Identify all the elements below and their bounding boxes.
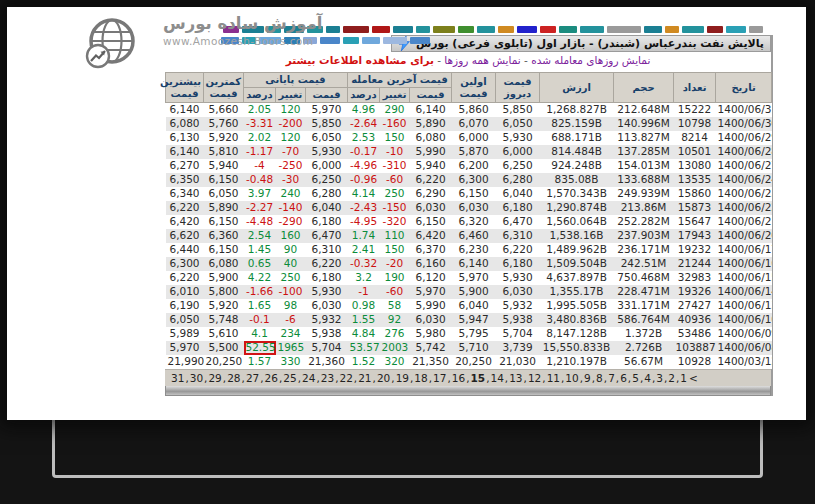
menu-chip[interactable]	[433, 26, 455, 33]
page-link[interactable]: 7	[608, 372, 615, 384]
cell-last-change: 150	[380, 131, 410, 145]
table-row[interactable]: 1400/06/298214113.827M688.171B5,9306,000…	[166, 131, 772, 145]
page-link[interactable]: 21	[358, 372, 371, 384]
cell-low: 5,810	[204, 145, 244, 159]
page-link[interactable]: 11	[547, 372, 560, 384]
menu-chip[interactable]	[707, 26, 723, 33]
table-row[interactable]: 1400/06/2315860249.939M1,570.343B6,0406,…	[166, 187, 772, 201]
page-link[interactable]: 19	[396, 372, 409, 384]
page-link[interactable]: 23	[321, 372, 334, 384]
cell-last-change: 150	[380, 243, 410, 257]
menu-chip[interactable]	[458, 26, 474, 33]
page-link[interactable]: 5	[632, 372, 639, 384]
cell-volume: 237.903M	[614, 229, 674, 243]
menu-chip[interactable]	[517, 26, 537, 33]
menu-chip[interactable]	[372, 26, 390, 33]
page-link[interactable]: 14	[490, 372, 503, 384]
page-link[interactable]: 9	[584, 372, 591, 384]
menu-chip[interactable]	[416, 26, 430, 33]
menu-chip[interactable]	[665, 26, 679, 33]
page-link[interactable]: 6	[620, 372, 627, 384]
cell-final-percent: -1.17	[244, 145, 276, 159]
cell-last-price: 6,290	[410, 187, 452, 201]
page-link[interactable]: 13	[509, 372, 522, 384]
menu-chip[interactable]	[749, 26, 763, 33]
menu-chip[interactable]	[343, 26, 369, 33]
cell-count: 10501	[674, 145, 716, 159]
page-link[interactable]: 26	[265, 372, 278, 384]
menu-chip[interactable]	[343, 37, 359, 44]
cell-volume: 1.372B	[614, 327, 674, 341]
page-link[interactable]: 25	[283, 372, 296, 384]
cell-last-price: 5,990	[410, 145, 452, 159]
table-row[interactable]: 1400/06/1532983750.468M4,637.897B5,9305,…	[166, 271, 772, 285]
menu-chip[interactable]	[559, 26, 577, 33]
page-link[interactable]: 1	[680, 372, 687, 384]
menu-chip[interactable]	[383, 37, 407, 44]
menu-chip[interactable]	[320, 37, 340, 44]
page-link[interactable]: 8	[596, 372, 603, 384]
menu-chip[interactable]	[477, 26, 495, 33]
cell-last-price: 5,742	[410, 341, 452, 355]
table-row[interactable]: 1400/03/121092856.67M1,210.197B21,03020,…	[166, 355, 772, 369]
table-row[interactable]: 1400/06/3115222212.648M1,268.827B5,8505,…	[166, 103, 772, 117]
show-traded-days-link[interactable]: نمایش روزهای معامله شده	[531, 54, 650, 66]
cell-low: 5,800	[204, 285, 244, 299]
page-link[interactable]: 3	[656, 372, 663, 384]
cell-count: 19232	[674, 243, 716, 257]
table-row[interactable]: 1400/06/2413535133.688M835.08B6,2806,300…	[166, 173, 772, 187]
cell-last-change: -150	[380, 201, 410, 215]
table-row[interactable]: 1400/06/1040936586.764M3,480.836B5,9385,…	[166, 313, 772, 327]
cell-volume: 750.468M	[614, 271, 674, 285]
page-link[interactable]: 16	[452, 372, 465, 384]
page-link[interactable]: 18	[414, 372, 427, 384]
page-link[interactable]: 17	[433, 372, 446, 384]
menu-chip[interactable]	[644, 26, 662, 33]
menu-chip[interactable]	[540, 26, 556, 33]
menu-chip[interactable]	[682, 26, 704, 33]
page-link[interactable]: 27	[246, 372, 259, 384]
menu-chip[interactable]	[326, 26, 340, 33]
cell-last-percent: -2.64	[348, 117, 380, 131]
table-row[interactable]: 1400/06/1419326228.471M1,355.17B6,0305,9…	[166, 285, 772, 299]
table-row[interactable]: 1400/06/2713080154.013M924.248B6,2506,20…	[166, 159, 772, 173]
page-link[interactable]: 12	[528, 372, 541, 384]
page-link[interactable]: 10	[565, 372, 578, 384]
table-row[interactable]: 1400/06/1719232236.171M1,489.962B6,2206,…	[166, 243, 772, 257]
page-link[interactable]: 22	[339, 372, 352, 384]
next-page-link[interactable]: >	[689, 372, 698, 384]
subheader-last-percent: درصد	[348, 88, 380, 103]
table-row[interactable]: 1400/06/081038872.726B15,550.833B3,7395,…	[166, 341, 772, 355]
table-row[interactable]: 1400/06/3010798140.996M825.159B6,0506,07…	[166, 117, 772, 131]
page-separator: ,	[628, 372, 631, 384]
menu-chip[interactable]	[607, 26, 641, 33]
page-link[interactable]: 30	[190, 372, 203, 384]
cell-last-price: 21,350	[410, 355, 452, 369]
cell-volume: 113.827M	[614, 131, 674, 145]
table-row[interactable]: 1400/06/2215873213.86M1,290.874B6,1806,0…	[166, 201, 772, 215]
show-all-days-link[interactable]: نمایش همه روزها	[444, 54, 520, 66]
page-link[interactable]: 2	[668, 372, 675, 384]
table-row[interactable]: 1400/06/2115647252.282M1,560.064B6,4706,…	[166, 215, 772, 229]
page-link[interactable]: 29	[208, 372, 221, 384]
table-row[interactable]: 1400/06/2810501137.285M814.484B6,0005,87…	[166, 145, 772, 159]
page-link[interactable]: 24	[302, 372, 315, 384]
table-row[interactable]: 1400/06/09534861.372B8,147.128B5,7045,79…	[166, 327, 772, 341]
page-link[interactable]: 28	[227, 372, 240, 384]
menu-chip[interactable]	[362, 37, 380, 44]
table-row[interactable]: 1400/06/1621244242.51M1,509.504B6,1806,1…	[166, 257, 772, 271]
menu-chip[interactable]	[410, 37, 430, 44]
cell-value: 1,560.064B	[540, 215, 614, 229]
table-row[interactable]: 1400/06/2017943237.903M1,538.16B6,3106,4…	[166, 229, 772, 243]
menu-chip[interactable]	[580, 26, 604, 33]
menu-chip[interactable]	[726, 26, 746, 33]
menu-chip[interactable]	[393, 26, 413, 33]
page-separator: ,	[260, 372, 263, 384]
page-link[interactable]: 20	[377, 372, 390, 384]
scrollbar-strip[interactable]	[165, 386, 771, 396]
cell-final-price: 6,000	[306, 159, 348, 173]
menu-chip[interactable]	[498, 26, 514, 33]
table-row[interactable]: 1400/06/1327427331.171M1,995.505B5,9326,…	[166, 299, 772, 313]
page-link[interactable]: 31	[171, 372, 184, 384]
page-link[interactable]: 4	[644, 372, 651, 384]
